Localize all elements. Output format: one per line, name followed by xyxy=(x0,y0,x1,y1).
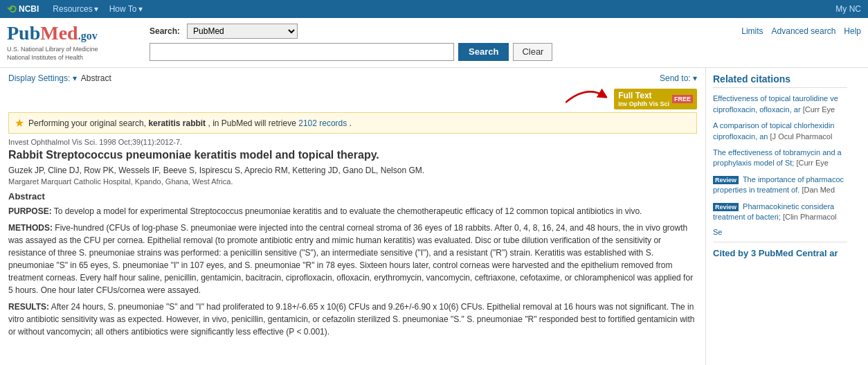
affiliation: Margaret Marquart Catholic Hospital, Kpa… xyxy=(8,177,697,186)
pubmed-logo: PubMed.gov U.S. National Library of Medi… xyxy=(7,22,138,62)
abstract-results: RESULTS: After 24 hours, S. pneumoniae "… xyxy=(8,301,697,338)
search-input-row: Search Clear xyxy=(150,43,861,61)
resources-menu[interactable]: Resources ▾ xyxy=(53,4,98,14)
results-label: RESULTS: xyxy=(8,302,49,312)
abstract-section: Abstract PURPOSE: To develop a model for… xyxy=(8,191,697,338)
full-text-area: Full Text Inv Ophth Vis Sci FREE xyxy=(8,89,697,109)
related-item-5[interactable]: Review Pharmacokinetic considera treatme… xyxy=(713,202,847,223)
ncbi-logo: ⟲ NCBI xyxy=(7,3,39,16)
free-badge: FREE xyxy=(672,95,693,103)
howto-chevron-icon: ▾ xyxy=(138,4,143,14)
resources-chevron-icon: ▾ xyxy=(94,4,98,14)
red-arrow-icon xyxy=(566,82,607,109)
logo-med: Med xyxy=(40,22,78,44)
display-bar-left: Display Settings: ▾ Abstract xyxy=(8,73,111,83)
full-text-label: Full Text xyxy=(618,91,669,100)
search-label: Search: xyxy=(150,26,180,36)
main-content: Display Settings: ▾ Abstract Send to: ▾ xyxy=(0,68,868,365)
records-link[interactable]: 2102 records xyxy=(298,118,347,128)
related-item-3[interactable]: The effectiveness of tobramycin and a pr… xyxy=(713,148,847,169)
send-to-area: Send to: ▾ xyxy=(660,73,697,83)
ncbi-label: NCBI xyxy=(19,4,39,14)
ncbi-leaf-icon: ⟲ xyxy=(7,3,16,16)
article-title: Rabbit Streptococcus pneumoniae keratiti… xyxy=(8,148,697,163)
help-link[interactable]: Help xyxy=(844,26,861,36)
display-settings-chevron-icon: ▾ xyxy=(73,73,77,83)
abstract-methods: METHODS: Five-hundred (CFUs of log-phase… xyxy=(8,222,697,296)
howto-menu[interactable]: How To ▾ xyxy=(109,4,143,14)
display-settings-link[interactable]: Display Settings: ▾ xyxy=(8,73,77,83)
send-to-chevron-icon: ▾ xyxy=(693,73,697,83)
review-badge-1: Review xyxy=(713,176,739,184)
journal-date: 1998 Oct;39(11):2012-7. xyxy=(99,138,182,146)
search-button[interactable]: Search xyxy=(458,43,509,61)
authors: Guzek JP, Cline DJ, Row PK, Wessels IF, … xyxy=(8,166,697,175)
top-navigation-bar: ⟲ NCBI Resources ▾ How To ▾ My NC xyxy=(0,0,868,18)
journal-name: Invest Ophthalmol Vis Sci. xyxy=(8,138,97,146)
search-term: keratitis rabbit xyxy=(148,118,206,128)
journal-line: Invest Ophthalmol Vis Sci. 1998 Oct;39(1… xyxy=(8,138,697,146)
search-database-select[interactable]: PubMed Nucleotide Protein Gene PMC xyxy=(187,24,298,39)
my-ncbi-link[interactable]: My NC xyxy=(835,4,861,14)
site-header: PubMed.gov U.S. National Library of Medi… xyxy=(0,18,868,68)
logo-pub: Pub xyxy=(7,22,40,44)
review-badge-2: Review xyxy=(713,203,739,211)
related-citations-list: Effectiveness of topical taurolidine ve … xyxy=(713,94,847,222)
send-to-link[interactable]: Send to: ▾ xyxy=(660,73,697,83)
see-all-area: Se xyxy=(713,228,847,236)
see-all-link[interactable]: Se xyxy=(713,228,722,236)
purpose-text: To develop a model for experimental Stre… xyxy=(54,206,642,216)
related-citations-title: Related citations xyxy=(713,73,847,88)
notification-bar: ★ Performing your original search, kerat… xyxy=(8,112,697,134)
methods-label: METHODS: xyxy=(8,223,53,233)
full-text-subtitle: Inv Ophth Vis Sci xyxy=(618,100,669,107)
search-area: Search: PubMed Nucleotide Protein Gene P… xyxy=(150,24,861,61)
left-panel: Display Settings: ▾ Abstract Send to: ▾ xyxy=(0,68,706,365)
search-input[interactable] xyxy=(150,43,454,61)
methods-text: Five-hundred (CFUs of log-phase S. pneum… xyxy=(8,223,693,295)
logo-subtitle: U.S. National Library of Medicine Nation… xyxy=(7,46,138,62)
full-text-badge[interactable]: Full Text Inv Ophth Vis Sci FREE xyxy=(614,89,697,109)
article-metadata: Invest Ophthalmol Vis Sci. 1998 Oct;39(1… xyxy=(8,138,697,186)
clear-button[interactable]: Clear xyxy=(513,43,552,61)
limits-link[interactable]: Limits xyxy=(741,26,763,36)
advanced-search-link[interactable]: Advanced search xyxy=(772,26,836,36)
display-abstract-label: Abstract xyxy=(81,73,111,83)
search-top-row: Search: PubMed Nucleotide Protein Gene P… xyxy=(150,24,861,39)
full-text-arrow-area: Full Text Inv Ophth Vis Sci FREE xyxy=(607,89,697,109)
related-item-4[interactable]: Review The importance of pharmacoc prope… xyxy=(713,175,847,196)
abstract-heading: Abstract xyxy=(8,191,697,202)
notification-text: Performing your original search, keratit… xyxy=(28,118,352,128)
purpose-label: PURPOSE: xyxy=(8,206,52,216)
related-item-1[interactable]: Effectiveness of topical taurolidine ve … xyxy=(713,94,847,115)
search-links: Limits Advanced search Help xyxy=(741,26,861,36)
logo-gov: .gov xyxy=(78,30,98,42)
related-item-2[interactable]: A comparison of topical chlorhexidin cip… xyxy=(713,121,847,142)
cited-by-title: Cited by 3 PubMed Central ar xyxy=(713,242,847,258)
star-icon: ★ xyxy=(15,116,24,130)
results-text: After 24 hours, S. pneumoniae "S" and "I… xyxy=(8,302,695,337)
right-panel: Related citations Effectiveness of topic… xyxy=(706,68,854,365)
abstract-purpose: PURPOSE: To develop a model for experime… xyxy=(8,205,697,217)
